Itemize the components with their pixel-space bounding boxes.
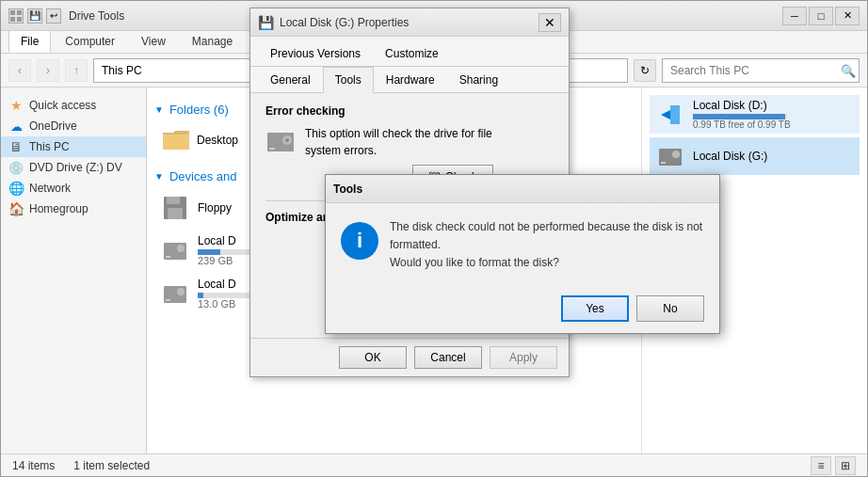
- star-icon: ★: [8, 98, 24, 113]
- device-local-d1-info: Local D 239 GB: [198, 234, 254, 266]
- svg-rect-6: [167, 197, 180, 204]
- sidebar-item-quick-access[interactable]: ★ Quick access: [1, 95, 146, 116]
- svg-point-16: [672, 151, 680, 158]
- right-device-d[interactable]: Local Disk (D:) 0.99 TB free of 0.99 TB: [650, 95, 860, 134]
- yes-button[interactable]: Yes: [561, 295, 629, 322]
- up-button[interactable]: ↑: [65, 59, 88, 82]
- folders-header: Folders (6): [169, 103, 229, 117]
- devices-header: Devices and: [169, 169, 237, 183]
- tab-hardware[interactable]: Hardware: [374, 67, 447, 93]
- cancel-button[interactable]: Cancel: [414, 346, 482, 369]
- search-input[interactable]: [662, 58, 860, 83]
- properties-tabs-row1: Previous Versions Customize: [250, 37, 569, 67]
- folders-chevron-icon: ▼: [154, 104, 164, 115]
- close-button[interactable]: ✕: [835, 7, 860, 25]
- forward-button[interactable]: ›: [37, 59, 59, 82]
- svg-point-13: [177, 288, 185, 295]
- tab-tools[interactable]: Tools: [323, 67, 374, 93]
- device-local-d1-size: 239 GB: [198, 255, 254, 266]
- svg-rect-0: [10, 10, 15, 15]
- sidebar-item-homegroup[interactable]: 🏠 Homegroup: [1, 199, 146, 219]
- view-tiles-button[interactable]: ⊞: [835, 456, 856, 475]
- tab-manage[interactable]: Manage: [180, 30, 245, 53]
- device-floppy-label: Floppy: [198, 201, 232, 215]
- status-selected: 1 item selected: [73, 459, 150, 472]
- tools-dialog: Tools i The disk check could not be perf…: [325, 174, 720, 334]
- tab-previous-versions[interactable]: Previous Versions: [258, 40, 373, 67]
- back-button[interactable]: ‹: [8, 59, 31, 82]
- cloud-icon: ☁: [8, 119, 24, 134]
- sidebar-label-onedrive: OneDrive: [29, 119, 77, 133]
- computer-icon: 🖥: [8, 139, 24, 154]
- minimize-button[interactable]: ─: [782, 7, 807, 25]
- local-disk1-icon: [160, 235, 190, 265]
- right-device-g[interactable]: Local Disk (G:): [650, 137, 860, 175]
- sidebar: ★ Quick access ☁ OneDrive 🖥 This PC 💿 DV…: [1, 87, 147, 453]
- local-disk2-icon: [160, 278, 190, 309]
- save-icon[interactable]: 💾: [27, 8, 42, 24]
- apply-button[interactable]: Apply: [490, 346, 557, 369]
- tools-message-line1: The disk check could not be performed be…: [390, 220, 702, 251]
- homegroup-icon: 🏠: [8, 201, 24, 216]
- properties-close-button[interactable]: ✕: [538, 13, 561, 32]
- right-device-g-label: Local Disk (G:): [693, 150, 767, 163]
- properties-dialog-title: Local Disk (G:) Properties: [280, 16, 538, 29]
- quick-access-icon: [8, 8, 24, 24]
- sidebar-item-network[interactable]: 🌐 Network: [1, 178, 146, 199]
- view-details-button[interactable]: ≡: [811, 456, 831, 475]
- device-local-d2-size: 13.0 GB: [198, 298, 254, 310]
- no-button[interactable]: No: [636, 295, 704, 322]
- sidebar-item-this-pc[interactable]: 🖥 This PC: [1, 136, 146, 157]
- properties-dialog-footer: OK Cancel Apply: [250, 338, 569, 376]
- device-local-d2-info: Local D 13.0 GB: [198, 278, 254, 310]
- sidebar-item-dvd[interactable]: 💿 DVD Drive (Z:) DV: [1, 157, 146, 178]
- status-items: 14 items: [12, 459, 55, 472]
- tab-file[interactable]: File: [8, 30, 51, 53]
- right-device-d-label: Local Disk (D:): [693, 99, 791, 112]
- sidebar-label-network: Network: [29, 182, 71, 195]
- right-device-d-size: 0.99 TB free of 0.99 TB: [693, 119, 791, 130]
- device-local-d2-label: Local D: [198, 278, 254, 291]
- info-icon: i: [341, 222, 378, 260]
- tools-dialog-content: i The disk check could not be performed …: [326, 203, 719, 288]
- network-icon: 🌐: [8, 181, 24, 196]
- svg-rect-12: [166, 299, 170, 301]
- svg-point-10: [177, 245, 185, 252]
- tab-general[interactable]: General: [258, 67, 323, 93]
- svg-rect-18: [269, 148, 275, 150]
- right-disk-g-icon: [655, 141, 685, 171]
- tools-dialog-footer: Yes No: [326, 288, 719, 333]
- address-bar-value: This PC: [102, 64, 142, 77]
- maximize-button[interactable]: □: [809, 7, 833, 25]
- tools-message: The disk check could not be performed be…: [390, 218, 704, 273]
- drive-icon: [265, 125, 296, 189]
- tab-computer[interactable]: Computer: [53, 30, 127, 53]
- device-local-d1-label: Local D: [198, 234, 254, 247]
- svg-rect-2: [10, 17, 15, 22]
- svg-rect-3: [17, 17, 22, 22]
- error-checking-title: Error checking: [265, 104, 554, 118]
- folder-desktop-label: Desktop: [197, 134, 238, 147]
- folder-desktop-icon: [161, 127, 191, 153]
- svg-rect-1: [17, 10, 22, 15]
- search-icon[interactable]: 🔍: [841, 63, 856, 77]
- error-check-text: This option will check the drive for fil…: [305, 125, 493, 159]
- right-disk-d-icon: [655, 100, 685, 130]
- refresh-button[interactable]: ↻: [634, 59, 656, 82]
- sidebar-label-quick-access: Quick access: [29, 99, 96, 112]
- sidebar-label-dvd: DVD Drive (Z:) DV: [29, 161, 122, 174]
- devices-chevron-icon: ▼: [154, 171, 164, 182]
- title-bar-buttons: ─ □ ✕: [782, 7, 860, 25]
- tools-dialog-title-text: Tools: [333, 183, 362, 196]
- ok-button[interactable]: OK: [339, 346, 407, 369]
- right-device-g-info: Local Disk (G:): [693, 150, 767, 163]
- svg-rect-9: [166, 256, 170, 258]
- tab-customize[interactable]: Customize: [373, 40, 451, 67]
- sidebar-item-onedrive[interactable]: ☁ OneDrive: [1, 116, 146, 136]
- properties-dialog-icon: 💾: [258, 15, 274, 30]
- status-bar: 14 items 1 item selected ≡ ⊞: [1, 453, 867, 476]
- sidebar-label-homegroup: Homegroup: [29, 202, 88, 215]
- tab-view[interactable]: View: [129, 30, 178, 53]
- tab-sharing[interactable]: Sharing: [447, 67, 510, 93]
- undo-icon[interactable]: ↩: [46, 8, 61, 24]
